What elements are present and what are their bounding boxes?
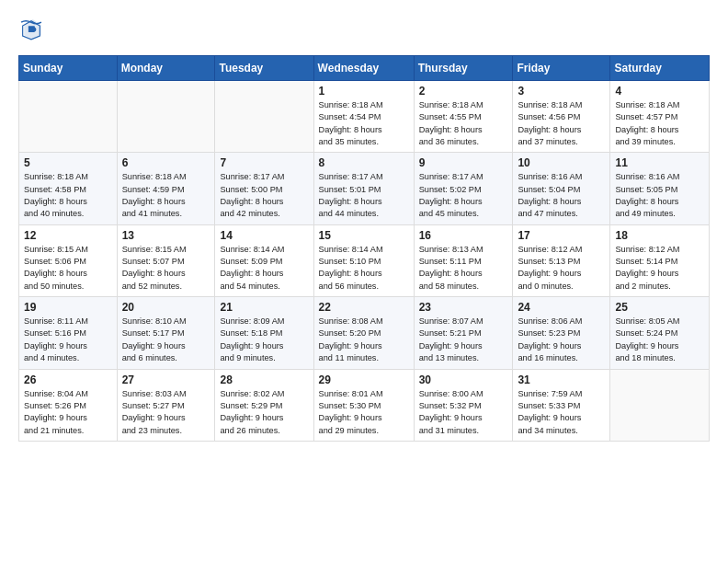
weekday-header-sunday: Sunday [19,56,118,81]
day-number: 6 [122,156,210,169]
weekday-header-tuesday: Tuesday [215,56,313,81]
day-number: 2 [419,85,508,98]
calendar-day-15: 15Sunrise: 8:14 AMSunset: 5:10 PMDayligh… [313,224,414,296]
calendar-day-21: 21Sunrise: 8:09 AMSunset: 5:18 PMDayligh… [215,297,313,369]
calendar-day-16: 16Sunrise: 8:13 AMSunset: 5:11 PMDayligh… [414,224,513,296]
day-info: Sunrise: 8:18 AMSunset: 4:59 PMDaylight:… [122,171,210,220]
calendar-day-29: 29Sunrise: 8:01 AMSunset: 5:30 PMDayligh… [313,369,414,441]
calendar-day-1: 1Sunrise: 8:18 AMSunset: 4:54 PMDaylight… [313,81,414,153]
calendar-day-24: 24Sunrise: 8:06 AMSunset: 5:23 PMDayligh… [513,297,610,369]
day-number: 9 [419,156,508,169]
calendar-day-17: 17Sunrise: 8:12 AMSunset: 5:13 PMDayligh… [513,224,610,296]
weekday-header-friday: Friday [513,56,610,81]
day-info: Sunrise: 8:06 AMSunset: 5:23 PMDaylight:… [518,316,605,364]
day-info: Sunrise: 8:04 AMSunset: 5:26 PMDaylight:… [24,388,112,437]
day-info: Sunrise: 8:16 AMSunset: 5:05 PMDaylight:… [615,171,704,220]
calendar-day-14: 14Sunrise: 8:14 AMSunset: 5:09 PMDayligh… [215,224,313,296]
calendar-day-13: 13Sunrise: 8:15 AMSunset: 5:07 PMDayligh… [117,224,215,296]
day-info: Sunrise: 8:17 AMSunset: 5:00 PMDaylight:… [220,171,308,220]
calendar-day-empty [215,81,313,153]
calendar-day-23: 23Sunrise: 8:07 AMSunset: 5:21 PMDayligh… [414,297,513,369]
day-info: Sunrise: 8:09 AMSunset: 5:18 PMDaylight:… [220,316,308,364]
day-number: 30 [419,373,508,386]
day-number: 5 [24,156,112,169]
day-info: Sunrise: 8:02 AMSunset: 5:29 PMDaylight:… [220,388,308,437]
day-number: 29 [319,373,409,386]
day-number: 1 [319,85,409,98]
day-info: Sunrise: 8:18 AMSunset: 4:54 PMDaylight:… [319,99,409,148]
day-info: Sunrise: 8:16 AMSunset: 5:04 PMDaylight:… [518,171,605,220]
day-number: 23 [419,301,508,314]
calendar-week-row: 5Sunrise: 8:18 AMSunset: 4:58 PMDaylight… [19,153,710,224]
calendar-day-31: 31Sunrise: 7:59 AMSunset: 5:33 PMDayligh… [513,369,610,441]
calendar-day-20: 20Sunrise: 8:10 AMSunset: 5:17 PMDayligh… [117,297,215,369]
day-info: Sunrise: 8:17 AMSunset: 5:02 PMDaylight:… [419,171,508,220]
logo-icon [18,17,44,42]
calendar-day-4: 4Sunrise: 8:18 AMSunset: 4:57 PMDaylight… [610,81,710,153]
calendar-day-22: 22Sunrise: 8:08 AMSunset: 5:20 PMDayligh… [313,297,414,369]
day-number: 18 [615,229,704,242]
calendar-day-7: 7Sunrise: 8:17 AMSunset: 5:00 PMDaylight… [215,153,313,224]
day-number: 15 [319,229,409,242]
day-number: 16 [419,229,508,242]
header [18,17,710,42]
weekday-header-thursday: Thursday [414,56,513,81]
day-info: Sunrise: 8:01 AMSunset: 5:30 PMDaylight:… [319,388,409,437]
day-number: 25 [615,301,704,314]
calendar-day-30: 30Sunrise: 8:00 AMSunset: 5:32 PMDayligh… [414,369,513,441]
calendar-week-row: 12Sunrise: 8:15 AMSunset: 5:06 PMDayligh… [19,224,710,296]
day-number: 20 [122,301,210,314]
day-number: 26 [24,373,112,386]
day-number: 11 [615,156,704,169]
day-info: Sunrise: 8:17 AMSunset: 5:01 PMDaylight:… [319,171,409,220]
calendar-week-row: 1Sunrise: 8:18 AMSunset: 4:54 PMDaylight… [19,81,710,153]
day-number: 4 [615,85,704,98]
day-info: Sunrise: 8:18 AMSunset: 4:56 PMDaylight:… [518,99,605,148]
day-number: 10 [518,156,605,169]
calendar-day-5: 5Sunrise: 8:18 AMSunset: 4:58 PMDaylight… [19,153,118,224]
day-info: Sunrise: 8:03 AMSunset: 5:27 PMDaylight:… [122,388,210,437]
day-info: Sunrise: 8:18 AMSunset: 4:55 PMDaylight:… [419,99,508,148]
day-number: 22 [319,301,409,314]
day-number: 27 [122,373,210,386]
calendar-day-11: 11Sunrise: 8:16 AMSunset: 5:05 PMDayligh… [610,153,710,224]
calendar: SundayMondayTuesdayWednesdayThursdayFrid… [18,55,710,442]
day-info: Sunrise: 8:18 AMSunset: 4:57 PMDaylight:… [615,99,704,148]
day-info: Sunrise: 8:10 AMSunset: 5:17 PMDaylight:… [122,316,210,364]
day-info: Sunrise: 8:07 AMSunset: 5:21 PMDaylight:… [419,316,508,364]
day-info: Sunrise: 8:13 AMSunset: 5:11 PMDaylight:… [419,244,508,293]
day-info: Sunrise: 8:00 AMSunset: 5:32 PMDaylight:… [419,388,508,437]
calendar-day-27: 27Sunrise: 8:03 AMSunset: 5:27 PMDayligh… [117,369,215,441]
day-info: Sunrise: 8:15 AMSunset: 5:06 PMDaylight:… [24,244,112,293]
day-info: Sunrise: 8:05 AMSunset: 5:24 PMDaylight:… [615,316,704,364]
calendar-week-row: 26Sunrise: 8:04 AMSunset: 5:26 PMDayligh… [19,369,710,441]
weekday-header-saturday: Saturday [610,56,710,81]
day-info: Sunrise: 8:18 AMSunset: 4:58 PMDaylight:… [24,171,112,220]
calendar-day-empty [117,81,215,153]
calendar-day-9: 9Sunrise: 8:17 AMSunset: 5:02 PMDaylight… [414,153,513,224]
day-number: 3 [518,85,605,98]
weekday-header-wednesday: Wednesday [313,56,414,81]
day-number: 31 [518,373,605,386]
calendar-day-26: 26Sunrise: 8:04 AMSunset: 5:26 PMDayligh… [19,369,118,441]
day-info: Sunrise: 8:12 AMSunset: 5:14 PMDaylight:… [615,244,704,293]
day-number: 17 [518,229,605,242]
calendar-day-empty [610,369,710,441]
day-info: Sunrise: 8:08 AMSunset: 5:20 PMDaylight:… [319,316,409,364]
page: SundayMondayTuesdayWednesdayThursdayFrid… [0,0,728,458]
calendar-day-10: 10Sunrise: 8:16 AMSunset: 5:04 PMDayligh… [513,153,610,224]
day-number: 8 [319,156,409,169]
calendar-day-19: 19Sunrise: 8:11 AMSunset: 5:16 PMDayligh… [19,297,118,369]
calendar-day-2: 2Sunrise: 8:18 AMSunset: 4:55 PMDaylight… [414,81,513,153]
day-info: Sunrise: 8:14 AMSunset: 5:09 PMDaylight:… [220,244,308,293]
calendar-day-3: 3Sunrise: 8:18 AMSunset: 4:56 PMDaylight… [513,81,610,153]
day-number: 14 [220,229,308,242]
calendar-day-empty [19,81,118,153]
day-info: Sunrise: 7:59 AMSunset: 5:33 PMDaylight:… [518,388,605,437]
day-number: 19 [24,301,112,314]
calendar-day-18: 18Sunrise: 8:12 AMSunset: 5:14 PMDayligh… [610,224,710,296]
calendar-day-8: 8Sunrise: 8:17 AMSunset: 5:01 PMDaylight… [313,153,414,224]
day-number: 12 [24,229,112,242]
day-info: Sunrise: 8:15 AMSunset: 5:07 PMDaylight:… [122,244,210,293]
day-number: 28 [220,373,308,386]
